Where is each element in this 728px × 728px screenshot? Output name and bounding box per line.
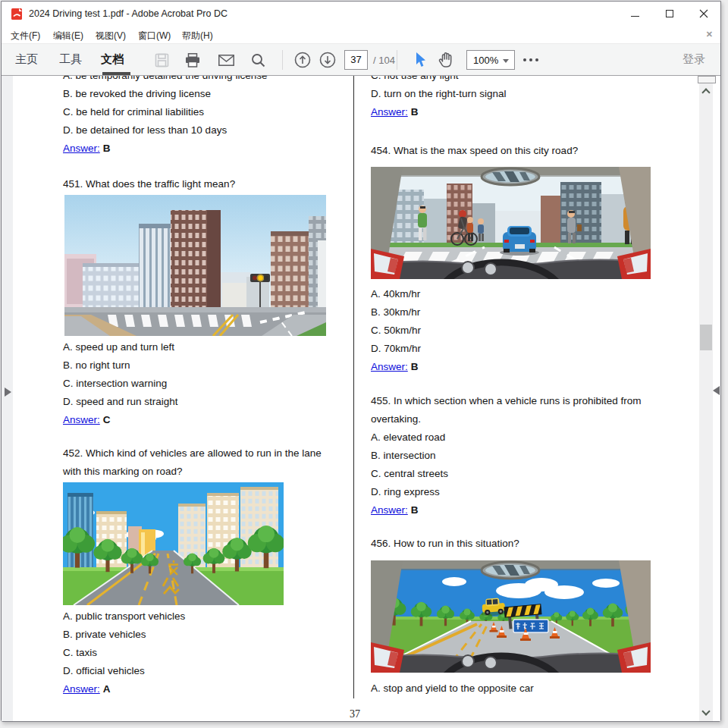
save-icon[interactable] [155, 53, 169, 67]
answer-link[interactable]: Answer: [63, 143, 100, 154]
option-line: C. be held for criminal liabilities [63, 103, 267, 121]
tab-tools[interactable]: 工具 [59, 52, 82, 67]
option-line: D. speed and run straight [63, 393, 178, 411]
email-icon[interactable] [218, 55, 234, 66]
zoom-control[interactable]: 100% [466, 50, 515, 70]
option-line: B. private vehicles [63, 626, 185, 644]
answer-line: Answer:B [371, 358, 421, 376]
option-line: B. 30km/hr [371, 303, 421, 322]
maximize-button[interactable] [652, 2, 686, 26]
question-454-image [371, 167, 651, 279]
vertical-scrollbar[interactable] [699, 76, 713, 721]
next-page-icon[interactable] [319, 52, 336, 68]
option-line: D. official vehicles [63, 662, 185, 680]
window-title: 2024 Driving test 1.pdf - Adobe Acrobat … [29, 8, 228, 19]
answer-line: Answer:B [371, 501, 448, 519]
option-line: D. be detained for less than 10 days [63, 121, 267, 140]
question-452-options-block: A. public transport vehiclesB. private v… [63, 607, 185, 698]
titlebar[interactable]: 2024 Driving test 1.pdf - Adobe Acrobat … [2, 2, 720, 26]
roadwork-sign [513, 620, 548, 632]
scrollbar-thumb[interactable] [700, 325, 712, 350]
left-margin-strip [2, 76, 13, 721]
menu-view[interactable]: 视图(V) [96, 30, 126, 42]
option-line: A. 40km/hr [371, 285, 421, 303]
page-total-label: / 104 [373, 55, 395, 66]
answer-link[interactable]: Answer: [63, 414, 100, 425]
page-number-input[interactable]: 37 [344, 50, 368, 70]
close-button[interactable] [686, 2, 720, 26]
hand-tool-icon[interactable] [438, 52, 454, 68]
answer-link[interactable]: Answer: [371, 504, 408, 516]
question-454-options-block: A. 40km/hrB. 30km/hrC. 50km/hrD. 70km/hr… [371, 285, 421, 376]
question-452-image [63, 482, 284, 605]
document-pane: A. be temporarily detained the driving l… [2, 76, 720, 721]
zoom-dropdown-caret[interactable] [503, 59, 509, 63]
option-line: D. ring express [371, 483, 448, 501]
option-line: A. elevated road [371, 428, 448, 447]
question-454-text: 454. What is the max speed on this city … [371, 142, 578, 160]
answer-link[interactable]: Answer: [371, 106, 408, 118]
toolbar-divider [282, 50, 283, 70]
answer-link[interactable]: Answer: [371, 361, 408, 372]
option-line: B. no right turn [63, 356, 178, 375]
option-line: D. 70km/hr [371, 340, 421, 358]
column-divider [353, 76, 354, 698]
question-455-text: 455. In which section when a vehicle run… [371, 392, 641, 428]
scroll-down-icon[interactable] [701, 707, 710, 715]
sign-in-button[interactable]: 登录 [682, 52, 705, 67]
question-451-options-block: A. speed up and turn leftB. no right tur… [63, 338, 178, 429]
option-line: C. 50km/hr [371, 322, 421, 340]
print-icon[interactable] [185, 53, 200, 67]
tab-home[interactable]: 主页 [15, 52, 38, 67]
next-view-arrow-icon[interactable] [713, 386, 720, 395]
menubar: 文件(F) 编辑(E) 视图(V) 窗口(W) 帮助(H) ✕ [2, 26, 720, 44]
pdf-file-icon [11, 8, 24, 20]
question-451-image [64, 195, 326, 336]
zoom-value: 100% [473, 55, 498, 66]
question-456-options-block: A. stop and yield to the opposite car [371, 679, 534, 698]
toolbar: 主页 工具 文档 37 / 1 [2, 44, 720, 76]
option-line: C. taxis [63, 644, 185, 662]
previous-page-icon[interactable] [294, 52, 311, 68]
select-tool-icon[interactable] [415, 52, 427, 67]
option-line: A. be temporarily detained the driving l… [63, 76, 267, 85]
question-452-text: 452. Which kind of vehicles are allowed … [63, 444, 322, 481]
minimize-button[interactable] [618, 2, 652, 26]
question-451-text: 451. What does the traffic light mean? [63, 175, 235, 193]
option-line: A. stop and yield to the opposite car [371, 679, 534, 698]
option-line: C. intersection warning [63, 375, 178, 393]
question-456-image [371, 560, 651, 673]
option-line: D. turn on the right-turn signal [371, 85, 507, 103]
question-453-block: C. not use any lightD. turn on the right… [371, 76, 507, 121]
active-tab-indicator [102, 72, 130, 75]
menu-window[interactable]: 窗口(W) [138, 30, 171, 42]
tab-document[interactable]: 文档 [101, 52, 124, 67]
option-line: B. be revoked the driving license [63, 85, 267, 103]
previous-view-arrow-icon[interactable] [5, 388, 11, 397]
answer-link[interactable]: Answer: [63, 683, 100, 695]
menu-edit[interactable]: 编辑(E) [53, 30, 83, 42]
option-line: A. speed up and turn left [63, 338, 178, 356]
answer-line: Answer:B [63, 140, 267, 158]
question-450-block: A. be temporarily detained the driving l… [63, 76, 267, 158]
menu-help[interactable]: 帮助(H) [182, 30, 213, 42]
question-455-options-block: A. elevated roadB. intersectionC. centra… [371, 428, 448, 519]
acrobat-window: 2024 Driving test 1.pdf - Adobe Acrobat … [1, 1, 721, 722]
menubar-close-icon[interactable]: ✕ [706, 30, 713, 39]
option-line: C. central streets [371, 465, 448, 483]
option-line: B. intersection [371, 447, 448, 465]
option-line: A. public transport vehicles [63, 607, 185, 626]
option-line: C. not use any light [371, 76, 507, 85]
page-number-footer: 37 [340, 708, 370, 720]
search-icon[interactable] [251, 53, 265, 67]
answer-line: Answer:B [371, 103, 507, 121]
question-456-text: 456. How to run in this situation? [371, 535, 519, 553]
scroll-up-icon[interactable] [701, 88, 710, 96]
menu-file[interactable]: 文件(F) [11, 30, 40, 42]
answer-line: Answer:A [63, 680, 185, 698]
scrollbar-top-box [698, 76, 716, 83]
toolbar-divider [397, 50, 397, 70]
answer-line: Answer:C [63, 411, 178, 429]
more-tools-icon[interactable] [523, 58, 538, 61]
